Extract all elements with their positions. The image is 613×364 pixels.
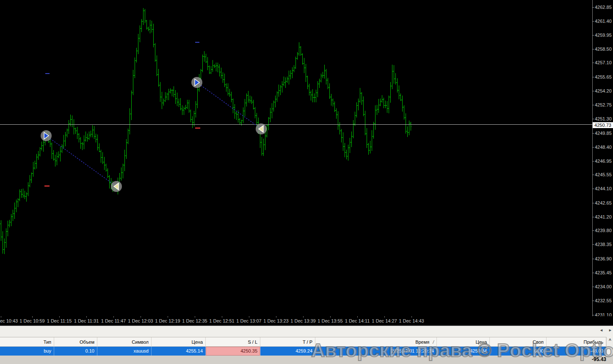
time-axis-label: 1 Dec 14:43 <box>399 318 424 323</box>
column-header-open_price[interactable]: Цена <box>152 337 206 347</box>
price-tick-mark <box>592 35 594 36</box>
column-header-tp[interactable]: T / P <box>260 337 315 347</box>
column-header-volume[interactable]: Объем <box>54 337 97 347</box>
price-tick-mark <box>592 244 594 245</box>
price-tick-mark <box>592 91 594 91</box>
cell-profit[interactable]: -48.00 <box>547 347 606 356</box>
time-tick-mark <box>168 316 168 317</box>
price-tick-mark <box>592 273 594 273</box>
chart-hscrollbar[interactable]: ◄ ► <box>0 326 613 337</box>
time-axis-label: 1 Dec 12:35 <box>182 318 207 323</box>
price-axis-label: 4238.35 <box>595 242 612 247</box>
price-axis-label: 4261.40 <box>595 19 612 24</box>
column-header-cur_price[interactable]: Цена <box>437 337 490 347</box>
time-tick-mark <box>357 316 358 317</box>
price-tick-mark <box>592 63 594 63</box>
price-tick-mark <box>592 49 594 49</box>
time-tick-mark <box>330 316 331 317</box>
table-vscrollbar[interactable]: ^ <box>606 337 613 356</box>
price-axis-label: 4234.00 <box>595 284 612 289</box>
price-axis-label: 4241.20 <box>595 214 612 219</box>
time-tick-mark <box>276 316 276 317</box>
cell-swap[interactable]: 0.00 <box>490 347 547 356</box>
price-chart[interactable]: 4262.854261.404259.954258.504257.104255.… <box>0 0 613 316</box>
cell-type[interactable]: buy <box>0 347 54 356</box>
price-tick-mark <box>592 105 594 105</box>
time-tick-mark <box>222 316 222 317</box>
column-header-swap[interactable]: Своп <box>490 337 547 347</box>
sort-indicator-icon: / <box>433 340 434 345</box>
total-profit: -95.43 <box>592 356 606 362</box>
price-tick-mark <box>592 287 594 287</box>
time-axis-label: 1 Dec 12:51 <box>209 318 234 323</box>
cell-tp[interactable]: 4259.24 <box>260 347 315 356</box>
time-tick-mark <box>141 316 141 317</box>
price-axis-label: 4239.80 <box>595 228 612 233</box>
trade-trend-line <box>197 82 261 129</box>
column-header-type[interactable]: Тип <box>0 337 54 347</box>
time-tick-mark <box>303 316 304 317</box>
time-axis-label: 1 Dec 13:23 <box>263 318 288 323</box>
price-axis-label: 4255.65 <box>595 74 612 79</box>
column-header-sl[interactable]: S / L <box>206 337 260 347</box>
time-tick-mark <box>86 316 87 317</box>
time-axis-label: 1 Dec 12:03 <box>128 318 153 323</box>
price-tick-mark <box>592 21 594 22</box>
cell-volume[interactable]: 0.10 <box>54 347 97 356</box>
price-axis-label: 4259.95 <box>595 33 612 38</box>
cell-symbol[interactable]: xauusd <box>97 347 152 356</box>
order-row-selected[interactable]: buy0.10xauusd4255.144250.354259.242025.1… <box>0 347 606 356</box>
price-axis-label: 4242.65 <box>595 200 612 205</box>
price-axis-label: 4252.75 <box>595 102 612 107</box>
price-axis-line <box>592 0 593 316</box>
cell-open_price[interactable]: 4255.14 <box>152 347 206 356</box>
time-axis-label: 1 Dec 14:11 <box>345 318 370 323</box>
time-axis-label: 1 Dec 12:19 <box>155 318 180 323</box>
collapse-panel-icon[interactable]: ^ <box>607 338 613 344</box>
price-axis-label: 4232.55 <box>595 298 612 303</box>
time-axis-label: ec 10:43 <box>0 318 18 323</box>
time-axis-label: 1 Dec 11:47 <box>101 318 126 323</box>
orders-table-header: ТипОбъемСимволЦенаS / LT / PВремя/ЦенаСв… <box>0 337 606 347</box>
price-axis-label: 4254.20 <box>595 88 612 93</box>
time-axis-label: 1 Dec 13:07 <box>236 318 261 323</box>
column-header-symbol[interactable]: Символ <box>97 337 152 347</box>
price-tick-mark <box>592 133 594 134</box>
price-tick-mark <box>592 203 594 203</box>
cell-cur_price[interactable]: 4250.34 <box>437 347 490 356</box>
chart-canvas[interactable] <box>0 0 613 316</box>
time-tick-mark <box>32 316 33 317</box>
time-axis-label: 1 Dec 13:55 <box>318 318 342 323</box>
price-tick-mark <box>592 230 594 231</box>
stoploss-dash-icon <box>195 128 200 129</box>
price-tick-mark <box>592 119 594 119</box>
price-tick-mark <box>592 259 594 259</box>
price-tick-mark <box>592 189 594 189</box>
price-tick-mark <box>592 77 594 77</box>
price-axis-label: 4236.90 <box>595 256 612 261</box>
column-header-time[interactable]: Время/ <box>315 337 437 347</box>
scroll-left-icon[interactable]: ◄ <box>599 328 603 332</box>
price-tick-mark <box>592 175 594 175</box>
price-axis-label: 4245.55 <box>595 172 612 177</box>
time-axis[interactable]: ec 10:431 Dec 10:591 Dec 11:151 Dec 11:3… <box>0 316 613 326</box>
stoploss-dash-icon <box>44 186 50 187</box>
takeprofit-dash-icon <box>45 73 50 74</box>
price-tick-mark <box>592 161 594 161</box>
price-tick-mark <box>592 315 594 315</box>
orders-panel: ТипОбъемСимволЦенаS / LT / PВремя/ЦенаСв… <box>0 337 613 364</box>
time-axis-label: 1 Dec 10:59 <box>19 318 44 323</box>
orders-table-footer: -95.43 <box>0 356 613 364</box>
time-axis-label: 1 Dec 13:39 <box>290 318 315 323</box>
time-axis-label: 1 Dec 11:31 <box>74 318 99 323</box>
scroll-right-icon[interactable]: ► <box>608 328 612 332</box>
time-tick-mark <box>195 316 195 317</box>
ohlc-bars <box>0 8 411 254</box>
current-price-label: 4250.73 <box>593 122 613 128</box>
cell-sl[interactable]: 4250.35 <box>206 347 260 356</box>
cell-time[interactable]: 2025.12.01 13:20:24 <box>315 347 437 356</box>
takeprofit-dash-icon <box>195 42 199 43</box>
price-axis-label: 4251.30 <box>595 116 612 121</box>
price-axis-label: 4262.85 <box>595 5 612 10</box>
column-header-profit[interactable]: Прибыль <box>547 337 606 347</box>
